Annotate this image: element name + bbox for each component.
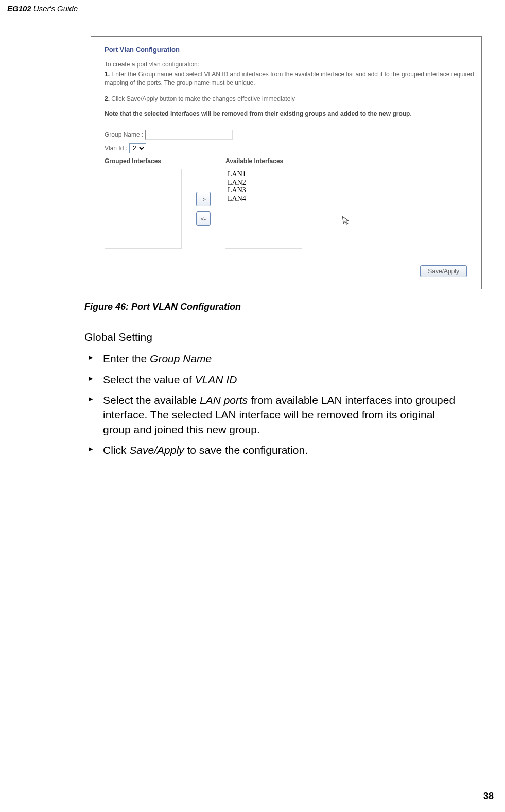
cursor-icon	[342, 215, 352, 228]
list-item[interactable]: LAN2	[228, 179, 300, 186]
group-name-label: Group Name :	[105, 131, 143, 138]
bullet-pre: Enter the	[103, 352, 150, 364]
header-suffix: User's Guide	[31, 4, 78, 13]
bullet-item: Select the value of VLAN ID	[84, 373, 465, 387]
figure-caption: Figure 46: Port VLAN Configuration	[84, 302, 505, 312]
save-apply-button[interactable]: Save/Apply	[420, 265, 467, 277]
group-name-input[interactable]	[145, 130, 233, 140]
product-name: EG102	[7, 4, 31, 13]
vlan-id-select[interactable]: 2	[129, 143, 146, 153]
list-row: -> <- LAN1 LAN2 LAN3 LAN4	[105, 169, 476, 249]
arrow-buttons: -> <-	[196, 192, 211, 226]
step-2-num: 2.	[105, 95, 110, 102]
move-left-button[interactable]: <-	[196, 211, 211, 226]
available-header: Available Interfaces	[225, 157, 283, 165]
step-2: 2. Click Save/Apply button to make the c…	[105, 95, 476, 103]
bullet-pre: Select the available	[103, 394, 200, 406]
group-name-row: Group Name :	[105, 130, 476, 140]
step-1: 1. Enter the Group name and select VLAN …	[105, 70, 476, 87]
panel-title: Port Vlan Configuration	[105, 46, 476, 54]
bullet-item: Select the available LAN ports from avai…	[84, 393, 465, 437]
bullet-pre: Select the value of	[103, 374, 195, 385]
bullet-item: Enter the Group Name	[84, 351, 465, 366]
grouped-header: Grouped Interfaces	[105, 157, 225, 165]
move-right-button[interactable]: ->	[196, 192, 211, 206]
vlan-id-label: Vlan Id :	[105, 145, 127, 152]
columns-header: Grouped Interfaces Available Interfaces	[105, 157, 476, 165]
grouped-listbox[interactable]	[105, 169, 182, 249]
step-1-text: Enter the Group name and select VLAN ID …	[105, 70, 474, 86]
bullet-pre: Click	[103, 444, 129, 456]
bullet-ital: Save/Apply	[129, 444, 184, 456]
bullet-ital: LAN ports	[200, 394, 248, 406]
step-1-num: 1.	[105, 70, 110, 78]
pointer-svg	[342, 215, 352, 226]
page-number: 38	[483, 791, 494, 802]
available-listbox[interactable]: LAN1 LAN2 LAN3 LAN4	[225, 169, 302, 249]
note-text: Note that the selected interfaces will b…	[105, 110, 476, 117]
list-item[interactable]: LAN3	[228, 186, 300, 194]
port-vlan-config-panel: Port Vlan Configuration To create a port…	[91, 36, 482, 289]
form-area: Group Name : Vlan Id : 2 Grouped Interfa…	[105, 130, 476, 277]
bullet-post: to save the configuration.	[184, 444, 308, 456]
list-item[interactable]: LAN1	[228, 170, 300, 178]
bullet-ital: Group Name	[150, 352, 212, 364]
bullet-item: Click Save/Apply to save the configurati…	[84, 443, 465, 457]
bullet-ital: VLAN ID	[195, 374, 237, 385]
bullet-list: Enter the Group Name Select the value of…	[84, 351, 465, 457]
list-item[interactable]: LAN4	[228, 195, 300, 202]
save-row: Save/Apply	[105, 265, 476, 277]
step-2-text: Click Save/Apply button to make the chan…	[110, 95, 295, 102]
content-block: Global Setting Enter the Group Name Sele…	[84, 331, 465, 457]
vlan-id-row: Vlan Id : 2	[105, 143, 476, 153]
intro-text: To create a port vlan configuration:	[105, 61, 476, 68]
section-label: Global Setting	[84, 331, 465, 343]
page-header: EG102 User's Guide	[0, 0, 505, 15]
